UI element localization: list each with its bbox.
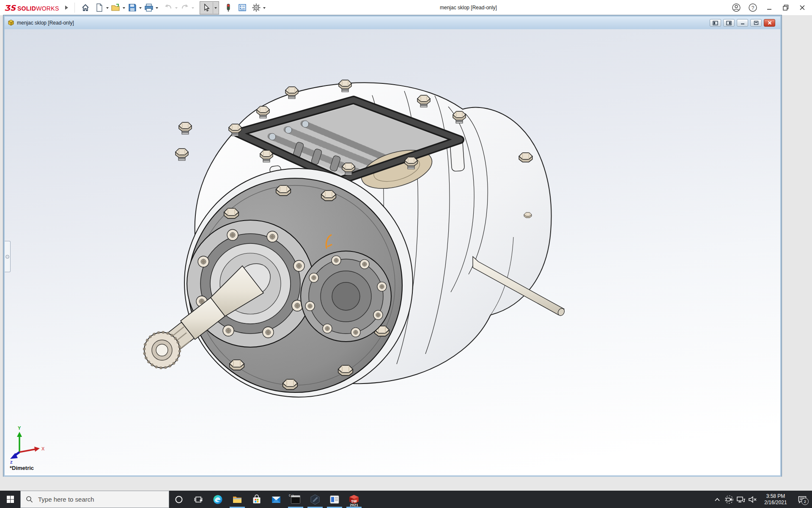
app-close-button[interactable] xyxy=(798,1,807,14)
file-explorer-button[interactable] xyxy=(228,491,247,508)
rebuild-button[interactable] xyxy=(223,1,234,14)
options-dropdown[interactable] xyxy=(262,1,267,14)
split-pane-right-icon xyxy=(726,21,732,25)
save-dropdown[interactable] xyxy=(138,1,143,14)
3d-model-view[interactable]: Y X Z xyxy=(5,29,780,474)
mail-button[interactable] xyxy=(266,491,286,508)
mail-icon xyxy=(271,495,281,504)
redo-dropdown[interactable] xyxy=(190,1,196,14)
action-center-button[interactable]: 2 xyxy=(793,491,812,508)
doc-minimize-button[interactable] xyxy=(737,19,748,27)
title-bar-controls: ? xyxy=(732,0,807,15)
redo-button[interactable] xyxy=(179,1,190,14)
edge-icon xyxy=(213,494,223,505)
select-tool-group xyxy=(200,1,219,14)
start-button[interactable] xyxy=(0,491,20,508)
edge-button[interactable] xyxy=(208,491,228,508)
cortana-icon xyxy=(175,495,183,504)
document-title-bar: menjac sklop [Read-only] xyxy=(5,17,780,30)
open-button[interactable] xyxy=(110,1,121,14)
command-prompt-button[interactable]: C:\ xyxy=(286,491,305,508)
document-window-controls xyxy=(710,19,775,27)
tray-overflow-button[interactable] xyxy=(711,491,723,508)
app-minimize-button[interactable] xyxy=(765,1,774,14)
print-icon xyxy=(144,3,154,12)
graphics-area[interactable]: Y X Z *Dimetric xyxy=(5,29,780,474)
chevron-up-icon xyxy=(714,497,720,502)
taskbar-search[interactable] xyxy=(20,491,169,508)
toolbar-divider xyxy=(74,3,75,13)
options-button[interactable] xyxy=(251,1,262,14)
search-icon xyxy=(26,496,33,503)
orientation-triad[interactable]: Y X Z xyxy=(10,425,45,464)
app-restore-button[interactable] xyxy=(781,1,790,14)
account-button[interactable] xyxy=(732,1,741,14)
file-explorer-icon xyxy=(232,495,242,504)
taskbar-app-icons: C:\ xyxy=(169,491,364,508)
task-view-button[interactable] xyxy=(189,491,208,508)
taskbar-clock[interactable]: 3:58 PM 2/16/2021 xyxy=(759,493,793,506)
svg-text:SW: SW xyxy=(351,499,357,503)
open-dropdown[interactable] xyxy=(121,1,127,14)
svg-text:?: ? xyxy=(752,5,754,11)
minimize-icon xyxy=(766,5,772,11)
app-title-bar: ƷS SOLIDWORKS xyxy=(0,0,812,16)
split-pane-left-icon xyxy=(713,21,718,25)
display-settings-button[interactable] xyxy=(237,1,248,14)
clock-time: 3:58 PM xyxy=(759,493,793,500)
search-input[interactable] xyxy=(37,495,149,503)
store-icon xyxy=(252,494,261,505)
doc-close-button[interactable] xyxy=(764,19,775,27)
new-document-dropdown[interactable] xyxy=(105,1,110,14)
doc-split-left-button[interactable] xyxy=(710,19,721,27)
window-app-button[interactable] xyxy=(325,491,344,508)
restore-icon xyxy=(782,4,789,11)
network-icon xyxy=(736,496,746,503)
doc-close-icon xyxy=(767,21,772,25)
undo-icon xyxy=(164,3,173,12)
meet-now-button[interactable] xyxy=(723,491,735,508)
doc-minimize-icon xyxy=(740,21,745,25)
hexagon-app-button[interactable] xyxy=(305,491,325,508)
window-app-icon xyxy=(329,495,340,504)
axis-z-label: Z xyxy=(10,460,13,464)
network-button[interactable] xyxy=(735,491,747,508)
select-cursor-icon xyxy=(203,3,210,12)
solidworks-logo-mark: ƷS xyxy=(4,3,16,12)
save-icon xyxy=(128,3,137,12)
print-button[interactable] xyxy=(143,1,154,14)
help-icon: ? xyxy=(748,3,757,12)
clock-date: 2/16/2021 xyxy=(759,500,793,506)
undo-dropdown[interactable] xyxy=(174,1,179,14)
feature-manager-collapse-tab[interactable] xyxy=(5,241,11,272)
axis-x-label: X xyxy=(41,446,45,451)
speaker-muted-icon xyxy=(748,496,757,503)
windows-logo-icon xyxy=(7,496,14,503)
menu-expand-arrow-icon[interactable] xyxy=(65,6,70,10)
save-button[interactable] xyxy=(127,1,138,14)
select-tool-dropdown[interactable] xyxy=(213,2,219,14)
solidworks-logo: ƷS SOLIDWORKS xyxy=(4,3,59,12)
solidworks-taskbar-button[interactable]: SW 2021 xyxy=(344,491,364,508)
document-title: menjac sklop [Read-only] xyxy=(17,20,74,26)
undo-button[interactable] xyxy=(163,1,174,14)
volume-button[interactable] xyxy=(747,491,759,508)
doc-restore-icon xyxy=(754,21,759,25)
store-button[interactable] xyxy=(247,491,266,508)
new-document-button[interactable] xyxy=(94,1,105,14)
open-folder-icon xyxy=(111,3,121,12)
doc-split-right-button[interactable] xyxy=(723,19,735,27)
axis-y-label: Y xyxy=(18,425,21,431)
brand-works: WORKS xyxy=(36,5,59,12)
help-button[interactable]: ? xyxy=(748,1,757,14)
hexagon-app-icon xyxy=(310,494,320,505)
doc-restore-button[interactable] xyxy=(750,19,762,27)
rebuild-stoplight-icon xyxy=(225,3,231,12)
home-button[interactable] xyxy=(80,1,91,14)
print-dropdown[interactable] xyxy=(154,1,160,14)
meet-now-camera-icon xyxy=(724,495,734,504)
cortana-button[interactable] xyxy=(169,491,189,508)
select-tool-button[interactable] xyxy=(200,1,213,14)
home-icon xyxy=(81,3,90,12)
display-settings-icon xyxy=(238,3,247,12)
